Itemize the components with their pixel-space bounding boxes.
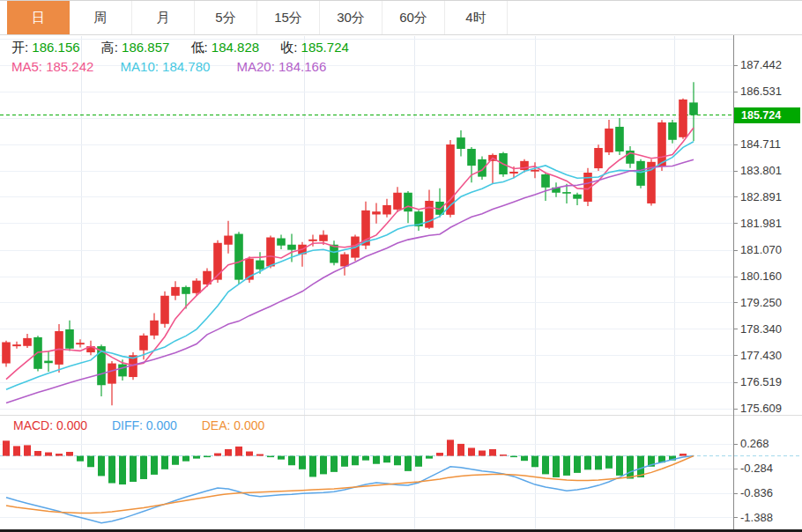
price-axis-label: 183.801 <box>740 164 782 178</box>
price-axis-label: 179.250 <box>740 296 782 310</box>
chart-canvas[interactable] <box>0 1 802 532</box>
macd-axis-label: -1.388 <box>740 511 773 525</box>
price-axis-label: 184.711 <box>740 137 781 151</box>
tab-period[interactable]: 4时 <box>445 1 508 34</box>
tab-period[interactable]: 60分 <box>382 1 445 34</box>
tab-active-period[interactable]: 日 <box>7 1 70 34</box>
price-axis-label: 178.340 <box>740 322 782 336</box>
price-axis-label: 180.160 <box>740 270 782 284</box>
chart-wrap: 日周月5分15分30分60分4时 开: 186.156 高: 186.857 低… <box>0 0 802 532</box>
low-value: 184.828 <box>212 40 259 55</box>
ma5-legend: MA5: 185.242 <box>11 59 93 74</box>
tab-period[interactable]: 5分 <box>195 1 257 34</box>
high-label: 高: <box>101 40 118 55</box>
price-axis-label: 177.430 <box>740 349 782 363</box>
diff-value-legend: DIFF: 0.000 <box>112 418 177 432</box>
high-pair: 高: 186.857 <box>101 40 170 55</box>
macd-legend: MACD: 0.000 DIFF: 0.000 DEA: 0.000 <box>13 418 286 432</box>
dea-value-legend: DEA: 0.000 <box>202 418 265 432</box>
price-axis-label: 175.609 <box>740 402 782 416</box>
low-pair: 低: 184.828 <box>191 40 260 55</box>
low-label: 低: <box>191 40 208 55</box>
period-tab-bar: 日周月5分15分30分60分4时 <box>0 1 802 35</box>
open-label: 开: <box>11 40 28 55</box>
ma20-legend: MA20: 184.166 <box>237 59 327 74</box>
price-axis-label: 181.981 <box>740 217 782 231</box>
open-pair: 开: 186.156 <box>11 40 80 55</box>
close-pair: 收: 185.724 <box>280 40 349 55</box>
high-value: 186.857 <box>122 40 169 55</box>
price-axis-label: 181.070 <box>740 243 782 257</box>
macd-axis-label: -0.836 <box>740 486 773 500</box>
price-axis-label: 182.891 <box>740 190 782 204</box>
tab-period[interactable]: 30分 <box>320 1 382 34</box>
price-axis-label: 187.442 <box>740 58 782 72</box>
macd-value-legend: MACD: 0.000 <box>13 418 87 432</box>
tab-period[interactable]: 月 <box>132 1 195 34</box>
tab-period[interactable]: 15分 <box>257 1 320 34</box>
ma-legend: MA5: 185.242 MA10: 184.780 MA20: 184.166 <box>11 59 349 74</box>
open-value: 186.156 <box>32 40 79 55</box>
current-price-tag: 185.724 <box>734 107 800 123</box>
price-axis-label: 176.519 <box>740 375 782 389</box>
macd-axis-label: 0.268 <box>740 437 769 451</box>
close-value: 185.724 <box>301 40 349 55</box>
ma10-legend: MA10: 184.780 <box>121 59 211 74</box>
ohlc-legend: 开: 186.156 高: 186.857 低: 184.828 收: 185.… <box>11 40 367 56</box>
price-axis-label: 186.531 <box>740 85 782 99</box>
close-label: 收: <box>280 40 297 55</box>
macd-axis-label: -0.284 <box>740 462 773 476</box>
tab-period[interactable]: 周 <box>70 1 132 34</box>
